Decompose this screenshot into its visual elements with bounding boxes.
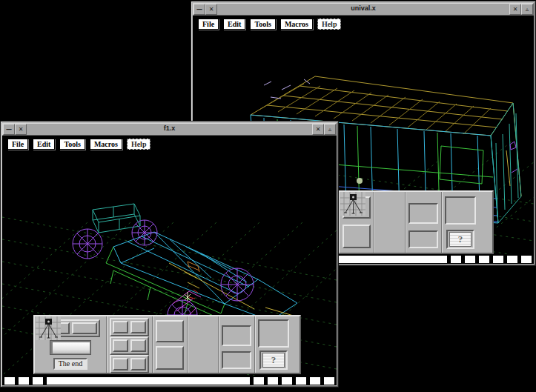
menu-file[interactable]: File <box>7 139 28 150</box>
help-button[interactable]: ? <box>259 351 288 370</box>
window-resize-button[interactable]: ✕ <box>312 124 324 135</box>
timeline-slider[interactable] <box>50 340 91 355</box>
red-arrow-cube-button[interactable] <box>130 358 146 371</box>
window-resize-button[interactable]: ✕ <box>509 4 521 15</box>
delete-trash-button[interactable] <box>156 346 184 370</box>
toolbar-section-camera: ? <box>441 192 479 253</box>
window-f1: — ✕ f1.x ✕ ▵ File Edit Tools Macros Help <box>1 122 338 387</box>
f1-toolbar-panel: The end <box>33 315 301 374</box>
frame-cell[interactable] <box>465 256 475 263</box>
menu-edit[interactable]: Edit <box>33 139 55 150</box>
menu-tools[interactable]: Tools <box>250 19 275 30</box>
frame-cell[interactable] <box>33 377 43 385</box>
menu-bar: File Edit Tools Macros Help <box>193 16 534 32</box>
render-photo-button[interactable] <box>222 351 251 369</box>
toolbar-section-render <box>218 316 254 373</box>
frame-cell[interactable] <box>296 377 306 385</box>
frame-cell[interactable] <box>4 377 15 385</box>
frame-cell[interactable] <box>254 377 264 385</box>
camera-tripod-button[interactable] <box>258 319 289 348</box>
render-sphere-button[interactable] <box>222 325 251 346</box>
window-shade-button[interactable]: ▵ <box>521 4 533 15</box>
menu-file[interactable]: File <box>198 19 219 30</box>
frame-cell[interactable] <box>493 256 503 263</box>
wireframe-mode-group <box>110 318 149 336</box>
delete-trash-button[interactable] <box>343 225 371 248</box>
solid-cube-button[interactable] <box>113 339 128 352</box>
frame-cell[interactable] <box>479 256 489 263</box>
frame-cell[interactable] <box>19 377 29 385</box>
viewport-3d-f1car[interactable]: The end <box>2 152 337 376</box>
reference-ball <box>357 178 363 184</box>
window-menu-button[interactable]: ✕ <box>15 124 27 135</box>
toolbar-section-display-modes <box>106 316 152 373</box>
question-mark: ? <box>271 355 277 365</box>
toolbar-section-render <box>405 192 441 253</box>
drill-tool-button[interactable] <box>156 320 184 342</box>
camera-tripod-icon <box>340 192 366 216</box>
frame-cell[interactable] <box>310 377 320 385</box>
toolbar-section-ghost <box>374 192 405 253</box>
menu-macros[interactable]: Macros <box>90 139 122 150</box>
frame-cell[interactable] <box>451 256 461 263</box>
menu-help[interactable]: Help <box>317 19 342 30</box>
titlebar[interactable]: — ✕ f1.x ✕ ▵ <box>2 123 337 136</box>
frame-cell[interactable] <box>324 377 334 385</box>
wireframe-open-cube-button[interactable] <box>130 321 146 333</box>
camera-tripod-icon <box>35 316 62 340</box>
red-face-cube-button[interactable] <box>113 358 128 371</box>
step-arrows-button[interactable] <box>72 322 97 334</box>
window-title: f1.x <box>27 124 312 135</box>
help-button[interactable]: ? <box>446 230 474 249</box>
question-mark: ? <box>458 234 463 245</box>
menu-tools[interactable]: Tools <box>59 139 85 150</box>
window-menu-button[interactable]: ✕ <box>205 4 217 15</box>
bus-end <box>491 103 521 223</box>
car-wheels <box>73 220 254 330</box>
frame-cell[interactable] <box>268 377 278 385</box>
wireframe-cube-button[interactable] <box>113 321 128 333</box>
window-minimize-button[interactable]: — <box>193 4 205 15</box>
panel-view-button[interactable] <box>130 339 146 352</box>
render-photo-button[interactable] <box>408 230 438 248</box>
marked-mode-group <box>110 355 149 373</box>
uni-toolbar-panel: ? <box>338 190 494 254</box>
frame-cell[interactable] <box>521 256 532 263</box>
titlebar[interactable]: — ✕ unival.x ✕ ▵ <box>193 3 534 16</box>
menu-edit[interactable]: Edit <box>223 19 245 30</box>
toolbar-section-camera: ? <box>254 316 292 373</box>
end-frame-button[interactable]: The end <box>53 358 88 370</box>
window-minimize-button[interactable]: — <box>3 124 15 135</box>
car-body <box>106 232 297 321</box>
timeline-scrollbar[interactable] <box>47 377 250 385</box>
frame-strip <box>2 376 337 385</box>
window-title: unival.x <box>217 4 509 15</box>
help-icon: ? <box>262 353 285 368</box>
camera-tripod-button[interactable] <box>445 196 476 225</box>
toolbar-section-ghost <box>187 316 218 373</box>
menu-bar: File Edit Tools Macros Help <box>2 136 337 152</box>
frame-cell[interactable] <box>282 377 292 385</box>
window-shade-button[interactable]: ▵ <box>324 124 336 135</box>
render-sphere-button[interactable] <box>408 203 438 224</box>
solid-mode-group <box>110 336 149 355</box>
menu-macros[interactable]: Macros <box>280 19 313 30</box>
slider-face <box>53 342 90 353</box>
help-icon: ? <box>449 232 472 247</box>
menu-help[interactable]: Help <box>127 139 151 150</box>
frame-cell[interactable] <box>507 256 517 263</box>
toolbar-section-tools <box>152 316 187 373</box>
